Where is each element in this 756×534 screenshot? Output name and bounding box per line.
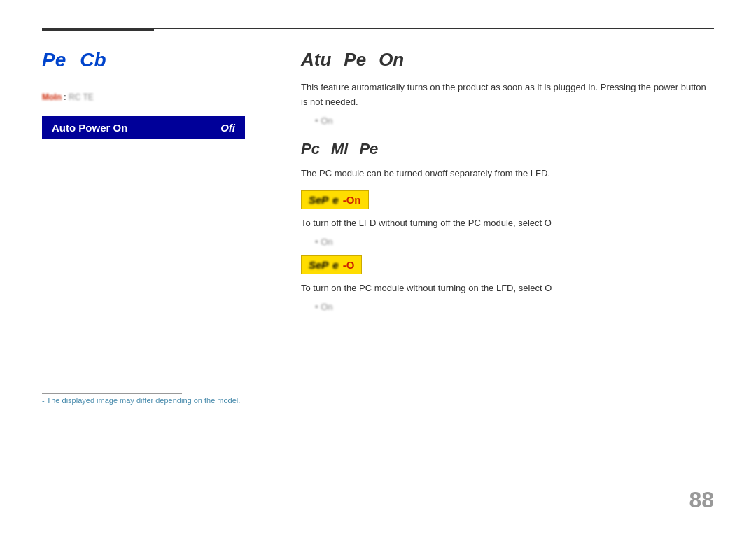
section-desc: This feature automatically turns on the …: [301, 80, 714, 110]
left-title-word2: Cb: [80, 49, 106, 71]
menu-item-auto-power-on[interactable]: Auto Power On Ofi: [42, 116, 245, 139]
highlight-box-2: SeP e -O: [301, 255, 362, 274]
highlight1-word2: e: [332, 194, 338, 206]
left-panel: Pe Cb MoIn : RC TE Auto Power On Ofi: [42, 42, 280, 141]
subsection-title-word3: Pe: [359, 140, 378, 158]
subsection-title-row: Pc Ml Pe: [301, 140, 714, 158]
subsection-title-word2: Ml: [331, 140, 348, 158]
subsection-title-word1: Pc: [301, 140, 320, 158]
section-title-word1: Atu: [301, 49, 331, 71]
bullet3: On: [315, 302, 714, 312]
sub-value: RC TE: [69, 92, 94, 102]
desc3: To turn on the PC module without turning…: [301, 281, 714, 296]
footnote-divider: [42, 393, 182, 394]
desc2: To turn off the LFD without turning off …: [301, 216, 714, 231]
sub-info: MoIn : RC TE: [42, 92, 280, 102]
menu-item-label: Auto Power On: [52, 122, 127, 134]
sub-separator: :: [64, 92, 66, 102]
highlight2-word2: e: [332, 259, 338, 271]
right-panel: Atu Pe On This feature automatically tur…: [301, 42, 714, 316]
menu-item-value: Ofi: [220, 122, 235, 134]
highlight1-word1: SeP: [309, 194, 328, 206]
section-title-row: Atu Pe On: [301, 49, 714, 71]
sub-label: MoIn: [42, 92, 62, 102]
bullet1: On: [315, 115, 714, 126]
footnote: - The displayed image may differ dependi…: [42, 396, 240, 405]
left-title: Pe Cb: [42, 49, 280, 71]
left-title-word1: Pe: [42, 49, 66, 71]
highlight1-word3: -On: [343, 194, 361, 206]
top-bar: [42, 28, 714, 29]
section-title-word3: On: [379, 49, 404, 71]
highlight-box-1: SeP e -On: [301, 190, 369, 209]
page-number: 88: [689, 487, 714, 513]
bullet2: On: [315, 237, 714, 247]
subsection-desc1: The PC module can be turned on/off separ…: [301, 167, 714, 181]
highlight2-word1: SeP: [309, 259, 328, 271]
highlight2-word3: -O: [343, 259, 355, 271]
section-title-word2: Pe: [344, 49, 366, 71]
